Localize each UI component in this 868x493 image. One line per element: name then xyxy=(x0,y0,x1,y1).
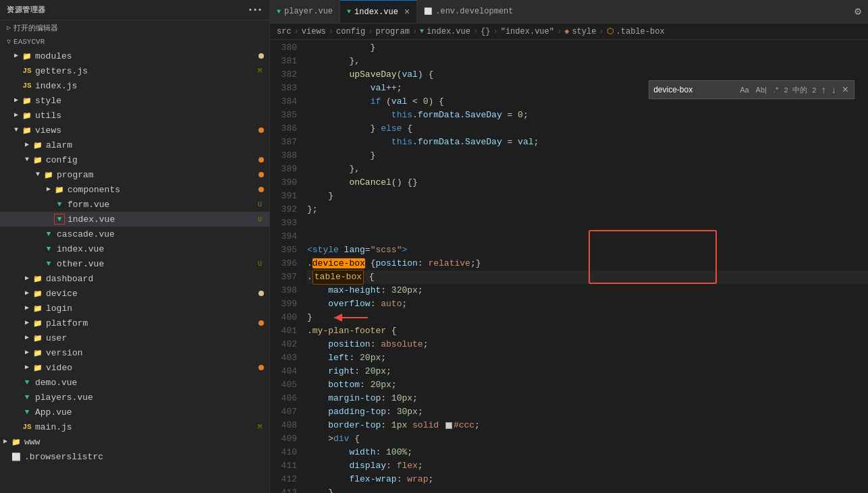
find-widget[interactable]: Aa Ab| .* 2 中的 2 ↑ ↓ × xyxy=(649,80,855,99)
sidebar-item-version[interactable]: ▶ 📁 version xyxy=(0,345,269,360)
sidebar-item-label: www xyxy=(24,437,269,447)
sidebar-item-login[interactable]: ▶ 📁 login xyxy=(0,301,269,316)
sidebar-item-video[interactable]: ▶ 📁 video xyxy=(0,360,269,375)
code-line: } xyxy=(307,311,868,324)
folder-icon: 📁 xyxy=(32,347,43,358)
search-prev-button[interactable]: ↑ xyxy=(819,84,828,95)
sidebar-item-dashboard[interactable]: ▶ 📁 dashboard xyxy=(0,271,269,286)
spacer-icon xyxy=(11,65,22,76)
sidebar-item-label: device xyxy=(46,289,259,299)
folder-icon: 📁 xyxy=(32,332,43,343)
breadcrumb-sep: › xyxy=(294,27,299,36)
js-icon: JS xyxy=(22,80,32,91)
vue-icon: ▼ xyxy=(22,407,32,417)
folder-icon: 📁 xyxy=(22,51,32,61)
code-line: this.formData.SaveDay = val; xyxy=(307,136,868,149)
sidebar-item-alarm[interactable]: ▶ 📁 alarm xyxy=(0,138,269,152)
chevron-right-icon: ▶ xyxy=(11,51,22,61)
sidebar-item-label: user xyxy=(46,333,269,343)
spacer-icon xyxy=(43,214,54,225)
code-line: bottom: 20px; xyxy=(307,378,868,392)
tab-index-vue[interactable]: ▼ index.vue × xyxy=(340,0,417,24)
search-input[interactable] xyxy=(653,85,734,94)
tab-player-vue[interactable]: ▼ player.vue xyxy=(270,0,340,24)
breadcrumb-part: src xyxy=(277,27,292,36)
code-line: upSaveDay(val) { xyxy=(307,68,868,82)
search-options: Aa Ab| .* xyxy=(737,84,781,95)
sidebar-item-views[interactable]: ▼ 📁 views xyxy=(0,123,269,138)
code-line: }, xyxy=(307,163,868,176)
code-content[interactable]: } }, upSaveDay(val) { val++; if (val < 0… xyxy=(304,40,868,493)
open-editors-label: 打开的编辑器 xyxy=(13,23,58,33)
sidebar-item-label: modules xyxy=(35,51,259,61)
sidebar-item-main-js[interactable]: JS main.js M xyxy=(0,419,269,434)
tab-env-dev[interactable]: ⬜ .env.development xyxy=(417,0,520,24)
spacer-icon xyxy=(11,80,22,91)
use-regex-button[interactable]: .* xyxy=(771,84,781,95)
match-whole-word-button[interactable]: Ab| xyxy=(753,84,769,95)
sidebar-item-config[interactable]: ▼ 📁 config xyxy=(0,152,269,167)
sidebar-item-index-js[interactable]: JS index.js xyxy=(0,78,269,93)
chevron-right-icon: ▶ xyxy=(22,318,32,328)
sidebar-item-label: index.vue xyxy=(67,214,256,225)
open-editors-section[interactable]: ▷ 打开的编辑器 xyxy=(0,20,269,35)
code-line: right: 20px; xyxy=(307,365,868,378)
sidebar-item-platform[interactable]: ▶ 📁 platform xyxy=(0,316,269,330)
sidebar-item-browserslistrc[interactable]: ⬜ .browserslistrc xyxy=(0,449,269,464)
code-line: }; xyxy=(307,203,868,216)
sidebar-item-index-vue-config[interactable]: ▼ index.vue xyxy=(0,241,269,256)
sidebar-item-players-vue[interactable]: ▼ players.vue xyxy=(0,390,269,405)
sidebar-item-index-vue[interactable]: ▼ index.vue U xyxy=(0,212,269,227)
sidebar-item-getters[interactable]: JS getters.js M xyxy=(0,63,269,78)
sidebar-item-style[interactable]: ▶ 📁 style xyxy=(0,93,269,108)
modified-badge: U xyxy=(256,216,264,223)
sidebar-item-www[interactable]: ▶ 📁 www xyxy=(0,434,269,449)
editor-wrapper: Aa Ab| .* 2 中的 2 ↑ ↓ × 380 381 382 383 3… xyxy=(270,40,868,493)
sidebar-menu-button[interactable]: ••• xyxy=(248,6,263,14)
breadcrumb: src › views › config › program › ▼ index… xyxy=(270,24,868,40)
root-folder[interactable]: ▽ EASYCVR xyxy=(0,35,269,49)
chevron-right-icon: ▶ xyxy=(22,332,32,343)
chevron-right-icon: ▶ xyxy=(0,436,11,447)
folder-icon: 📁 xyxy=(54,184,65,195)
spacer-icon xyxy=(43,199,54,210)
sidebar-item-label: App.vue xyxy=(35,407,269,417)
code-editor[interactable]: 380 381 382 383 384 385 386 387 388 389 … xyxy=(270,40,868,493)
folder-icon: 📁 xyxy=(43,169,54,180)
sidebar-item-program[interactable]: ▼ 📁 program xyxy=(0,167,269,182)
sidebar-item-utils[interactable]: ▶ 📁 utils xyxy=(0,108,269,123)
vue-icon: ▼ xyxy=(277,8,281,16)
breadcrumb-sep: › xyxy=(493,27,498,36)
tab-close-button[interactable]: × xyxy=(404,7,410,18)
search-close-button[interactable]: × xyxy=(841,84,850,96)
settings-button[interactable]: ⚙ xyxy=(848,5,868,18)
tab-label: .env.development xyxy=(435,7,513,16)
sidebar-item-demo-vue[interactable]: ▼ demo.vue xyxy=(0,375,269,390)
code-line: } xyxy=(307,486,868,493)
sidebar-item-device[interactable]: ▶ 📁 device xyxy=(0,286,269,301)
breadcrumb-part: index.vue xyxy=(427,27,470,36)
modified-dot xyxy=(259,187,264,192)
arrow-annotation xyxy=(327,310,462,326)
chevron-right-icon: ▶ xyxy=(43,184,54,195)
sidebar-item-modules[interactable]: ▶ 📁 modules xyxy=(0,49,269,63)
code-line: .device-box {position: relative;} xyxy=(307,257,868,270)
modified-dot xyxy=(259,320,264,326)
sidebar-item-cascade-vue[interactable]: ▼ cascade.vue xyxy=(0,227,269,241)
code-line: onCancel() {} xyxy=(307,176,868,190)
spacer-icon xyxy=(32,258,43,269)
code-line: width: 100%; xyxy=(307,446,868,459)
sidebar-item-other-vue[interactable]: ▼ other.vue U xyxy=(0,256,269,271)
code-line: margin-top: 10px; xyxy=(307,392,868,405)
match-case-button[interactable]: Aa xyxy=(737,84,751,95)
search-count: 2 中的 2 xyxy=(784,85,816,95)
sidebar-item-app-vue[interactable]: ▼ App.vue xyxy=(0,405,269,419)
sidebar-item-form-vue[interactable]: ▼ form.vue U xyxy=(0,197,269,212)
breadcrumb-sep: › xyxy=(473,27,478,36)
sidebar-item-user[interactable]: ▶ 📁 user xyxy=(0,330,269,345)
sidebar-item-components[interactable]: ▶ 📁 components xyxy=(0,182,269,197)
tabs-bar: ▼ player.vue ▼ index.vue × ⬜ .env.develo… xyxy=(270,0,868,24)
search-next-button[interactable]: ↓ xyxy=(830,84,838,95)
sidebar-item-label: config xyxy=(46,155,259,165)
folder-icon: 📁 xyxy=(32,362,43,373)
